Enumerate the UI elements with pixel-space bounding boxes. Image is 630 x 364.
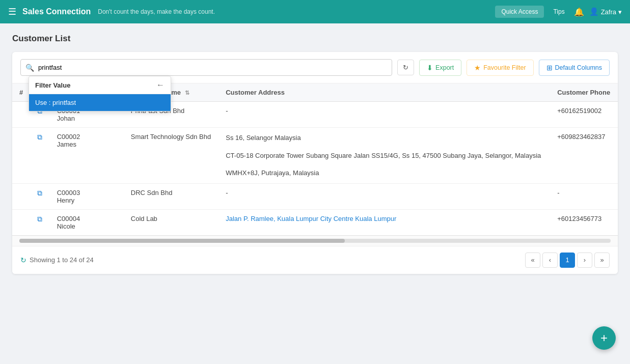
horizontal-scrollbar[interactable] (12, 235, 618, 246)
brand-name: Sales Connection (22, 7, 91, 16)
row-phone: +609823462837 (550, 128, 618, 184)
row-num (12, 102, 30, 128)
quick-access-button[interactable]: Quick Access (495, 6, 544, 18)
row-address: - (218, 183, 550, 209)
star-icon: ★ (474, 64, 481, 72)
app-header: ☰ Sales Connection Don't count the days,… (0, 0, 630, 23)
customer-person: Johan (57, 115, 117, 122)
header-tagline: Don't count the days, make the days coun… (98, 8, 495, 15)
row-phone: - (550, 183, 618, 209)
default-columns-button[interactable]: ⊞ Default Columns (539, 60, 610, 76)
page-content: Customer List 🔍 Filter Value ← Use : pri… (0, 23, 630, 284)
row-num (12, 209, 30, 235)
user-avatar-icon: 👤 (589, 7, 599, 16)
row-company: DRC Sdn Bhd (124, 183, 218, 209)
row-customer-name: C00004 Nicole (50, 209, 124, 235)
row-num (12, 183, 30, 209)
prev-page-button[interactable]: ‹ (542, 253, 558, 268)
col-address: Customer Address (218, 83, 550, 102)
export-label: Export (435, 64, 454, 71)
refresh-icon: ↻ (403, 64, 408, 71)
row-open-btn[interactable]: ⧉ (30, 183, 49, 209)
dropdown-use-item[interactable]: Use : printfast (29, 94, 171, 111)
customer-list-card: 🔍 Filter Value ← Use : printfast ↻ ⬇ Exp… (12, 52, 618, 274)
next-page-button[interactable]: › (577, 253, 592, 268)
scrollbar-track (19, 239, 611, 243)
first-page-button[interactable]: « (525, 253, 540, 268)
address-line-2: CT-05-18 Corporate Tower Subang Square J… (226, 151, 543, 161)
external-link-icon[interactable]: ⧉ (37, 189, 42, 197)
customer-id: C00002 (57, 133, 117, 141)
favourite-filter-button[interactable]: ★ Favourite Filter (467, 60, 533, 76)
sort-icon-company: ⇅ (185, 90, 189, 96)
page-title: Customer List (12, 34, 618, 44)
favourite-label: Favourite Filter (483, 64, 526, 71)
last-page-button[interactable]: » (594, 253, 610, 268)
showing-text: Showing 1 to 24 of 24 (30, 256, 94, 264)
row-open-btn[interactable]: ⧉ (30, 128, 49, 184)
external-link-icon[interactable]: ⧉ (37, 133, 42, 141)
row-open-btn[interactable]: ⧉ (30, 209, 49, 235)
refresh-button[interactable]: ↻ (397, 60, 414, 75)
toolbar: 🔍 Filter Value ← Use : printfast ↻ ⬇ Exp… (12, 52, 618, 83)
row-address: Ss 16, Selangor Malaysia CT-05-18 Corpor… (218, 128, 550, 184)
customer-person: James (57, 141, 117, 148)
row-phone: +60123456773 (550, 209, 618, 235)
page-1-button[interactable]: 1 (560, 253, 575, 268)
notification-bell-icon[interactable]: 🔔 (574, 7, 584, 17)
customer-id: C00004 (57, 215, 117, 222)
dropdown-title: Filter Value (35, 81, 70, 89)
row-address: Jalan P. Ramlee, Kuala Lumpur City Centr… (218, 209, 550, 235)
address-line-3: WMHX+8J, Putrajaya, Malaysia (226, 168, 543, 178)
row-company: Cold Lab (124, 209, 218, 235)
row-customer-name: C00002 James (50, 128, 124, 184)
external-link-icon[interactable]: ⧉ (37, 215, 42, 223)
search-wrapper: 🔍 Filter Value ← Use : printfast (20, 59, 392, 76)
dropdown-back-button[interactable]: ← (156, 80, 165, 90)
columns-icon: ⊞ (546, 64, 553, 72)
export-icon: ⬇ (427, 64, 433, 72)
user-name: Zafra (601, 8, 616, 16)
customer-person: Nicole (57, 222, 117, 230)
export-button[interactable]: ⬇ Export (419, 60, 461, 76)
filter-dropdown: Filter Value ← Use : printfast (29, 76, 171, 111)
loading-icon: ↻ (20, 256, 26, 264)
columns-label: Default Columns (555, 64, 602, 71)
row-num (12, 128, 30, 184)
row-address: - (218, 102, 550, 128)
pagination-bar: ↻ Showing 1 to 24 of 24 « ‹ 1 › » (12, 246, 618, 274)
table-body: ⧉ C00001 Johan PrintFast Sdn Bhd - +6016… (12, 102, 618, 235)
table-row: ⧉ C00002 James Smart Technology Sdn Bhd … (12, 128, 618, 184)
search-input[interactable] (20, 59, 392, 76)
row-company: Smart Technology Sdn Bhd (124, 128, 218, 184)
search-icon: 🔍 (25, 64, 34, 72)
address-line-1: Ss 16, Selangor Malaysia (226, 133, 543, 143)
header-actions: Quick Access Tips 🔔 👤 Zafra ▾ (495, 6, 622, 18)
col-hash: # (12, 83, 30, 102)
user-menu[interactable]: 👤 Zafra ▾ (589, 7, 622, 16)
row-phone: +60162519002 (550, 102, 618, 128)
customer-id: C00003 (57, 189, 117, 197)
tips-button[interactable]: Tips (549, 6, 568, 18)
table-row: ⧉ C00004 Nicole Cold Lab Jalan P. Ramlee… (12, 209, 618, 235)
menu-icon[interactable]: ☰ (8, 6, 16, 17)
chevron-down-icon: ▾ (618, 8, 622, 16)
scrollbar-thumb (19, 239, 345, 243)
col-phone: Customer Phone (550, 83, 618, 102)
table-row: ⧉ C00003 Henry DRC Sdn Bhd - - (12, 183, 618, 209)
address-link[interactable]: Jalan P. Ramlee, Kuala Lumpur City Centr… (226, 215, 396, 222)
pagination-controls: « ‹ 1 › » (525, 253, 610, 268)
customer-person: Henry (57, 197, 117, 204)
pagination-info: ↻ Showing 1 to 24 of 24 (20, 256, 94, 264)
dropdown-header: Filter Value ← (29, 76, 171, 94)
row-customer-name: C00003 Henry (50, 183, 124, 209)
